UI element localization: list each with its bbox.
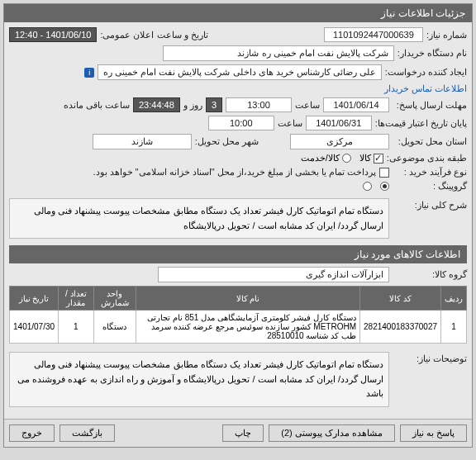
group-value: ابزارآلات اندازه گیری [158,267,389,282]
purchase-type-checkbox[interactable] [379,168,389,178]
subject-goods-label: کالا [359,153,371,164]
buyer-value: شرکت پالایش نفت امام خمینی ره شازند [163,45,394,61]
validity-label: پایان تاریخ اعتبار قیمت‌ها: [375,118,467,129]
th-row: ردیف [441,287,467,311]
row-buyer: نام دستگاه خریدار: شرکت پالایش نفت امام … [9,45,467,61]
row-more-notes: توضیحات نیاز: دستگاه تمام اتوماتیک کارل … [9,349,467,410]
remaining-days: 3 [206,97,222,112]
validity-date: 1401/06/31 [306,116,372,130]
info-icon: i [84,68,94,78]
row-purchase-type: نوع فرآیند خرید : پرداخت تمام یا بخشی از… [9,167,467,178]
deadline-label: مهلت ارسال پاسخ: [393,100,467,111]
reply-button[interactable]: پاسخ به نیاز [400,424,467,442]
buyer-label: نام دستگاه خریدار: [397,48,467,59]
subject-service-radio[interactable]: کالا/خدمت [301,153,351,164]
delivery-province-value: مرکزی [290,134,389,149]
contact-info-link[interactable]: اطلاعات تماس خریدار [384,83,467,94]
row-group: گروه کالا: ابزارآلات اندازه گیری [9,267,467,282]
th-unit: واحد شمارش [93,287,136,311]
cell-date: 1401/07/30 [10,311,59,344]
radio-icon [363,182,372,191]
need-number-label: شماره نیاز: [426,30,467,40]
radio-icon [342,154,351,163]
checkbox-icon [374,154,383,164]
row-validity: پایان تاریخ اعتبار قیمت‌ها: 1401/06/31 س… [9,116,467,130]
cell-code: 2821400183370027 [360,311,441,344]
more-notes-text: دستگاه تمام اتوماتیک کارل فیشر تعداد یک … [9,352,389,407]
delivery-city-value: شازند [93,134,192,149]
validity-time-label: ساعت [278,118,302,129]
row-grouping: گروپینگ : [9,181,467,192]
deadline-time: 13:00 [226,97,292,112]
deadline-date: 1401/06/14 [323,97,389,112]
cell-qty: 1 [59,311,94,344]
th-name: نام کالا [136,287,359,311]
table-header-row: ردیف کد کالا نام کالا واحد شمارش تعداد /… [10,287,467,311]
panel-header[interactable]: جزئیات اطلاعات نیاز [4,4,472,22]
row-need-number: شماره نیاز: 1101092447000639 تاریخ و ساع… [9,27,467,42]
row-deadline: مهلت ارسال پاسخ: 1401/06/14 ساعت 13:00 3… [9,97,467,112]
grouping-radio-2[interactable] [363,182,372,191]
subject-service-label: کالا/خدمت [301,153,340,164]
delivery-province-label: استان محل تحویل: [393,136,467,147]
subject-goods-radio[interactable]: کالا [359,153,383,164]
panel-body: شماره نیاز: 1101092447000639 تاریخ و ساع… [4,22,472,419]
need-number-value: 1101092447000639 [324,27,423,42]
th-code: کد کالا [360,287,441,311]
more-notes-label: توضیحات نیاز: [393,349,467,364]
remaining-days-label: روز و [183,100,202,111]
cell-name: دستگاه کارل فیشر کلومتری آزمایشگاهی مدل … [136,311,359,344]
attachments-button[interactable]: مشاهده مدارک پیوستی (2) [269,424,395,442]
remaining-suffix: ساعت باقی مانده [64,100,130,111]
creator-label: ایجاد کننده درخواست: [385,67,467,78]
subject-radio-group: کالا کالا/خدمت [301,153,383,164]
deadline-time-label: ساعت [295,100,320,111]
cell-unit: دستگاه [93,311,136,344]
panel-title: جزئیات اطلاعات نیاز [381,7,465,19]
goods-section-header[interactable]: اطلاعات کالاهای مورد نیاز [9,245,467,263]
exit-button[interactable]: خروج [9,424,55,442]
row-need-desc: شرح کلی نیاز: دستگاه تمام اتوماتیک کارل … [9,195,467,242]
grouping-radio-1[interactable] [380,182,389,191]
row-delivery-province: استان محل تحویل: مرکزی شهر محل تحویل: شا… [9,134,467,149]
announce-label: تاریخ و ساعت اعلان عمومی: [100,30,207,40]
print-button[interactable]: چاپ [222,424,264,442]
need-desc-label: شرح کلی نیاز: [393,195,467,211]
row-subject: طبقه بندی موضوعی: کالا کالا/خدمت [9,153,467,164]
button-bar: پاسخ به نیاز مشاهده مدارک پیوستی (2) چاپ… [4,419,472,447]
delivery-city-label: شهر محل تحویل: [195,136,259,147]
need-desc-text: دستگاه تمام اتوماتیک کارل فیشر تعداد یک … [9,198,389,239]
grouping-radio-group [363,182,389,191]
remaining-time: 23:44:48 [133,97,180,112]
goods-table: ردیف کد کالا نام کالا واحد شمارش تعداد /… [9,286,467,344]
group-label: گروه کالا: [393,269,467,280]
table-row[interactable]: 1 2821400183370027 دستگاه کارل فیشر کلوم… [10,311,467,344]
back-button[interactable]: بازگشت [60,424,115,442]
radio-icon [380,182,389,191]
announce-value: 1401/06/10 - 12:40 [9,27,97,42]
need-details-panel: جزئیات اطلاعات نیاز شماره نیاز: 11010924… [3,3,473,448]
creator-value: علی رضائی کارشناس خرید های داخلی شرکت پا… [98,64,382,80]
th-qty: تعداد / مقدار [59,287,94,311]
row-creator: ایجاد کننده درخواست: علی رضائی کارشناس خ… [9,64,467,94]
validity-time: 10:00 [208,116,274,130]
purchase-type-label: نوع فرآیند خرید : [393,167,467,178]
goods-section-title: اطلاعات کالاهای مورد نیاز [355,249,460,260]
th-date: تاریخ نیاز [10,287,59,311]
grouping-label: گروپینگ : [393,181,467,192]
subject-label: طبقه بندی موضوعی: [387,153,467,164]
purchase-type-note: پرداخت تمام یا بخشی از مبلغ خرید،از محل … [93,167,376,178]
cell-row: 1 [441,311,467,344]
